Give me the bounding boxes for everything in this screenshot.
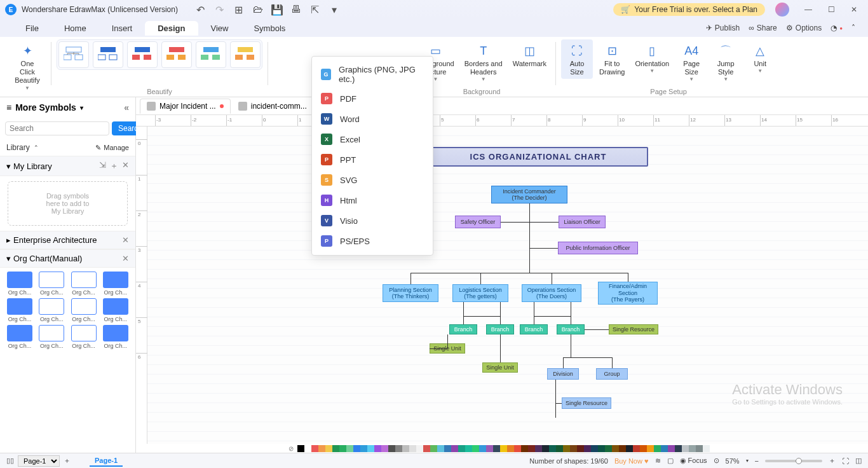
color-swatch[interactable] bbox=[353, 445, 360, 452]
color-swatch[interactable] bbox=[465, 445, 472, 452]
page-tab[interactable]: Page-1 bbox=[90, 455, 123, 467]
new-icon[interactable]: ⊞ bbox=[234, 4, 244, 15]
undo-icon[interactable]: ↶ bbox=[196, 4, 206, 15]
panel-toggle-icon[interactable]: ◫ bbox=[855, 457, 862, 465]
zoom-slider[interactable] bbox=[765, 460, 822, 462]
node-single-unit[interactable]: Single Unit bbox=[482, 362, 518, 373]
color-swatch[interactable] bbox=[668, 445, 675, 452]
theme-tile[interactable] bbox=[161, 41, 192, 68]
node-branch[interactable]: Branch bbox=[520, 324, 548, 334]
color-bar[interactable]: ⊘ bbox=[136, 444, 868, 453]
orientation-button[interactable]: ▯Orientation▼ bbox=[631, 39, 673, 76]
color-swatch[interactable] bbox=[689, 445, 696, 452]
theme-tile[interactable] bbox=[93, 41, 123, 68]
shape-thumbnail[interactable]: Org Ch... bbox=[69, 325, 98, 349]
shape-thumbnail[interactable]: Org Ch... bbox=[101, 298, 130, 322]
export-item[interactable]: WWord bbox=[312, 109, 433, 129]
color-swatch[interactable] bbox=[528, 445, 535, 452]
theme-tile[interactable] bbox=[196, 41, 226, 68]
library-drop-zone[interactable]: Drag symbols here to add to My Library bbox=[8, 181, 128, 226]
export-item[interactable]: GGraphics (PNG, JPG etc.) bbox=[312, 60, 433, 88]
export-item[interactable]: SSVG bbox=[312, 170, 433, 190]
one-click-beautify-button[interactable]: ✦ One Click Beautify ▼ bbox=[9, 39, 46, 93]
shape-thumbnail[interactable]: Org Ch... bbox=[37, 272, 66, 296]
borders-headers-button[interactable]: TBorders and Headers▼ bbox=[461, 39, 506, 85]
color-swatch[interactable] bbox=[493, 445, 500, 452]
color-swatch[interactable] bbox=[535, 445, 542, 452]
node-group[interactable]: Group bbox=[596, 368, 628, 380]
export-item[interactable]: PPPT bbox=[312, 149, 433, 170]
watermark-button[interactable]: ◫Watermark bbox=[509, 39, 550, 71]
theme-tile[interactable] bbox=[127, 41, 158, 68]
theme-gallery[interactable] bbox=[57, 39, 262, 70]
add-lib-icon[interactable]: ＋ bbox=[110, 160, 118, 172]
qat-more-icon[interactable]: ▾ bbox=[329, 4, 339, 15]
color-swatch[interactable] bbox=[675, 445, 682, 452]
color-swatch[interactable] bbox=[311, 445, 318, 452]
symbol-search-input[interactable] bbox=[5, 121, 109, 135]
menu-file[interactable]: File bbox=[13, 21, 51, 36]
jump-style-button[interactable]: ⌒Jump Style▼ bbox=[710, 39, 742, 85]
menu-design[interactable]: Design bbox=[145, 21, 198, 36]
color-swatch[interactable] bbox=[647, 445, 654, 452]
save-icon[interactable]: 💾 bbox=[272, 4, 282, 15]
close-section-icon[interactable]: ✕ bbox=[122, 235, 129, 245]
color-swatch[interactable] bbox=[451, 445, 458, 452]
export-item[interactable]: PPDF bbox=[312, 88, 433, 109]
color-swatch[interactable] bbox=[304, 445, 311, 452]
page-selector[interactable]: Page-1 bbox=[18, 455, 60, 467]
theme-tile[interactable] bbox=[58, 41, 89, 68]
color-swatch[interactable] bbox=[703, 445, 710, 452]
color-swatch[interactable] bbox=[486, 445, 493, 452]
layout-icon[interactable]: ▯▯ bbox=[6, 457, 14, 465]
color-swatch[interactable] bbox=[640, 445, 647, 452]
color-swatch[interactable] bbox=[374, 445, 381, 452]
node-branch[interactable]: Branch bbox=[557, 324, 585, 334]
color-swatch[interactable] bbox=[521, 445, 528, 452]
node-single-resource-2[interactable]: Single Resource bbox=[562, 397, 611, 409]
shape-thumbnail[interactable]: Org Ch... bbox=[101, 325, 130, 349]
share-button[interactable]: ∞ Share bbox=[749, 24, 777, 32]
unit-button[interactable]: △Unit▼ bbox=[744, 39, 776, 76]
enterprise-section[interactable]: Enterprise Architecture bbox=[13, 235, 97, 245]
color-swatch[interactable] bbox=[297, 445, 304, 452]
export-item[interactable]: XExcel bbox=[312, 129, 433, 149]
color-swatch[interactable] bbox=[325, 445, 332, 452]
color-swatch[interactable] bbox=[423, 445, 430, 452]
page-size-button[interactable]: A4Page Size▼ bbox=[675, 39, 707, 85]
orgchart-section[interactable]: Org Chart(Manual) bbox=[13, 254, 82, 263]
color-swatch[interactable] bbox=[479, 445, 486, 452]
node-safety[interactable]: Safety Officer bbox=[455, 216, 501, 228]
color-swatch[interactable] bbox=[444, 445, 451, 452]
color-swatch[interactable] bbox=[402, 445, 409, 452]
focus-button[interactable]: ◉ Focus bbox=[680, 457, 707, 465]
color-swatch[interactable] bbox=[409, 445, 416, 452]
shape-thumbnail[interactable]: Org Ch... bbox=[69, 298, 98, 322]
color-swatch[interactable] bbox=[570, 445, 577, 452]
shape-thumbnail[interactable]: Org Ch... bbox=[37, 298, 66, 322]
node-division[interactable]: Division bbox=[547, 368, 579, 380]
print-icon[interactable]: 🖶 bbox=[291, 4, 301, 15]
library-label[interactable]: Library bbox=[6, 143, 30, 152]
color-swatch[interactable] bbox=[332, 445, 339, 452]
color-swatch[interactable] bbox=[472, 445, 479, 452]
color-swatch[interactable] bbox=[654, 445, 661, 452]
zoom-fit-icon[interactable]: ⊙ bbox=[714, 457, 719, 465]
my-library-section[interactable]: My Library bbox=[13, 162, 52, 171]
zoom-in-icon[interactable]: ＋ bbox=[829, 456, 836, 465]
color-swatch[interactable] bbox=[598, 445, 605, 452]
color-swatch[interactable] bbox=[367, 445, 374, 452]
maximize-icon[interactable]: ☐ bbox=[822, 1, 840, 18]
node-finance[interactable]: Finance/Admin Section(The Payers) bbox=[598, 282, 658, 305]
shape-thumbnail[interactable]: Org Ch... bbox=[69, 272, 98, 296]
chart-title[interactable]: ICS ORGANIZATIONAL CHART bbox=[428, 147, 648, 167]
color-swatch[interactable] bbox=[500, 445, 507, 452]
color-swatch[interactable] bbox=[346, 445, 353, 452]
presentation-icon[interactable]: ▢ bbox=[667, 457, 674, 465]
color-swatch[interactable] bbox=[395, 445, 402, 452]
color-swatch[interactable] bbox=[682, 445, 689, 452]
menu-view[interactable]: View bbox=[198, 21, 241, 36]
color-swatch[interactable] bbox=[591, 445, 598, 452]
shape-thumbnail[interactable]: Org Ch... bbox=[5, 298, 34, 322]
shape-thumbnail[interactable]: Org Ch... bbox=[37, 325, 66, 349]
